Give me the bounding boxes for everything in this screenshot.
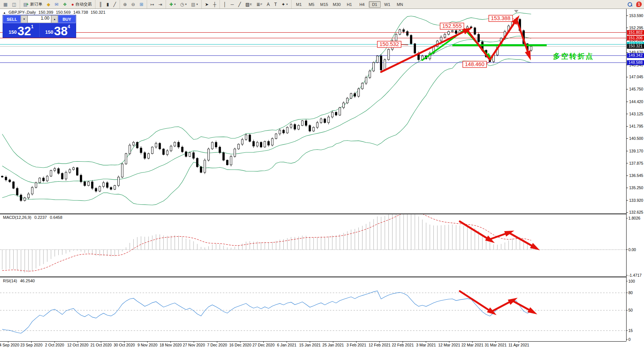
date-tick-label: 11 Apr 2021 bbox=[508, 343, 529, 347]
timeframe-button-h1[interactable]: H1 bbox=[344, 1, 355, 8]
candlestick bbox=[121, 163, 123, 178]
line-chart-button[interactable]: ╱ bbox=[111, 0, 118, 8]
symbol-title[interactable]: ▲ GBPJPY-,Daily 150.399 150.569 149.738 … bbox=[3, 10, 107, 14]
bear-candle-body bbox=[163, 149, 165, 155]
zoom-out-icon: ⊖ bbox=[131, 2, 135, 7]
bull-candle-body bbox=[530, 46, 532, 50]
notification-badge[interactable]: 1 bbox=[636, 1, 642, 7]
new-order-button[interactable]: ▤+新订单 bbox=[22, 0, 44, 8]
autotrading-icon: ● bbox=[71, 2, 74, 7]
data-window-button[interactable]: ◫ bbox=[10, 0, 18, 8]
price-level-badge: 151.206 bbox=[627, 36, 644, 40]
price-annotation-label[interactable]: 148.460 bbox=[463, 61, 489, 68]
timeframe-button-d1[interactable]: D1 bbox=[369, 1, 381, 8]
chevron-down-icon[interactable]: ▾ bbox=[185, 3, 186, 6]
price-annotation-label[interactable]: 152.555 bbox=[440, 23, 467, 30]
bull-candle-body bbox=[350, 93, 352, 98]
tile-windows-button[interactable]: ⊞ bbox=[138, 0, 145, 8]
zoom-in-icon: ⊕ bbox=[123, 2, 127, 7]
candlestick bbox=[189, 152, 191, 157]
bar-chart-button[interactable]: ║ bbox=[97, 0, 104, 8]
autoscroll-button[interactable]: ↦ bbox=[149, 0, 156, 8]
zoom-in-button[interactable]: ⊕ bbox=[121, 0, 129, 8]
text-icon: A bbox=[267, 2, 270, 7]
candlestick bbox=[313, 126, 315, 132]
bull-candle-body bbox=[166, 151, 168, 155]
chevron-down-icon[interactable]: ▾ bbox=[286, 3, 288, 6]
candlestick bbox=[347, 97, 348, 104]
buy-price[interactable]: 150 38 4 bbox=[40, 23, 76, 37]
one-click-trade-panel: SELL ▼ 1.00 ▲ BUY 150 32 1 150 38 4 bbox=[3, 15, 76, 38]
bear-candle-body bbox=[414, 44, 416, 53]
price-level-badge: 148.588 bbox=[627, 60, 644, 65]
metaeditor-button[interactable]: ◆ bbox=[45, 0, 52, 8]
buy-button[interactable]: BUY bbox=[58, 15, 76, 23]
date-tick-label: 22 Mar 2021 bbox=[462, 343, 484, 347]
sell-price-prefix: 150 bbox=[9, 29, 17, 36]
candlestick bbox=[219, 146, 221, 154]
crosshair-button[interactable]: ┼ bbox=[211, 0, 218, 8]
indicators-button[interactable]: ✚▾ bbox=[167, 0, 178, 8]
price-tick-label: 143.125 bbox=[629, 112, 643, 116]
label-text: 153.388 bbox=[491, 15, 510, 21]
date-tick-label: 23 Sep 2020 bbox=[20, 343, 43, 347]
timeframe-button-h4[interactable]: H4 bbox=[356, 1, 368, 8]
volume-increase-button[interactable]: ▲ bbox=[51, 15, 58, 23]
timeframe-button-mn[interactable]: MN bbox=[394, 1, 406, 8]
indicators-icon: ✚ bbox=[169, 2, 173, 7]
timeframe-button-m15[interactable]: M15 bbox=[318, 1, 330, 8]
candlestick-button[interactable]: ▮ bbox=[105, 0, 111, 8]
timeframe-button-w1[interactable]: W1 bbox=[381, 1, 393, 8]
arrows-button[interactable]: ✦▾ bbox=[280, 0, 290, 8]
text-label-button[interactable]: T bbox=[272, 0, 279, 8]
symbol-name: GBPJPY-,Daily bbox=[9, 10, 36, 14]
date-tick-label: 27 Nov 2020 bbox=[183, 343, 205, 347]
volume-input[interactable]: 1.00 bbox=[27, 15, 51, 23]
bull-candle-body bbox=[320, 119, 322, 122]
date-tick-label: 9 Nov 2020 bbox=[137, 343, 157, 347]
bull-candle-body bbox=[174, 142, 176, 146]
timeframe-button-m5[interactable]: M5 bbox=[306, 1, 318, 8]
bear-candle-body bbox=[196, 158, 198, 167]
price-annotation-label[interactable]: 153.388 bbox=[489, 15, 515, 22]
chevron-down-icon[interactable]: ▾ bbox=[174, 3, 176, 6]
volume-decrease-button[interactable]: ▼ bbox=[21, 15, 27, 23]
candlestick-icon: ▮ bbox=[107, 2, 109, 7]
icon-subscript: E bbox=[250, 3, 252, 6]
toolbar-group: ║▮╱ bbox=[95, 0, 120, 9]
sell-button[interactable]: SELL bbox=[3, 15, 21, 23]
trendline-button[interactable]: ╱ bbox=[236, 0, 243, 8]
timeframe-button-m30[interactable]: M30 bbox=[331, 1, 343, 8]
vertical-line-button[interactable]: │ bbox=[221, 0, 228, 8]
bull-candle-body bbox=[155, 143, 157, 147]
candlestick bbox=[39, 177, 41, 184]
macd-axis-label: 1.8026 bbox=[628, 216, 640, 220]
channel-button[interactable]: ▨E bbox=[244, 0, 254, 8]
bear-candle-body bbox=[354, 93, 356, 96]
candlestick bbox=[13, 181, 14, 189]
date-tick-label: 3 Mar 2021 bbox=[416, 343, 436, 347]
periods-button[interactable]: ◷▾ bbox=[178, 0, 189, 8]
zoom-out-button[interactable]: ⊖ bbox=[130, 0, 137, 8]
fibonacci-button[interactable]: ≣F bbox=[254, 0, 264, 8]
toolbar-button-label: 自动交易 bbox=[75, 1, 92, 7]
horizontal-line-icon: ─ bbox=[231, 2, 234, 7]
bear-candle-body bbox=[455, 31, 457, 34]
autotrading-button[interactable]: ●自动交易 bbox=[69, 0, 94, 8]
collapse-icon[interactable]: ▲ bbox=[3, 11, 6, 14]
templates-button[interactable]: ▧▾ bbox=[189, 0, 199, 8]
sell-price[interactable]: 150 32 1 bbox=[3, 23, 39, 37]
horizontal-line-button[interactable]: ─ bbox=[229, 0, 236, 8]
chevron-down-icon[interactable]: ▾ bbox=[196, 3, 198, 6]
bull-candle-body bbox=[440, 37, 442, 41]
text-button[interactable]: A bbox=[265, 0, 271, 8]
bull-candle-body bbox=[129, 145, 131, 154]
price-tick-label: 140.500 bbox=[629, 136, 643, 141]
chart-shift-button[interactable]: ⇥ bbox=[157, 0, 164, 8]
charts-grid-button[interactable]: ▦ bbox=[1, 0, 9, 8]
mailbox-button[interactable]: ✉ bbox=[53, 0, 60, 8]
cursor-button[interactable]: ➤ bbox=[203, 0, 211, 8]
signals-button[interactable]: ❖ bbox=[61, 0, 69, 8]
search-icon[interactable] bbox=[627, 2, 632, 7]
timeframe-button-m1[interactable]: M1 bbox=[293, 1, 305, 8]
